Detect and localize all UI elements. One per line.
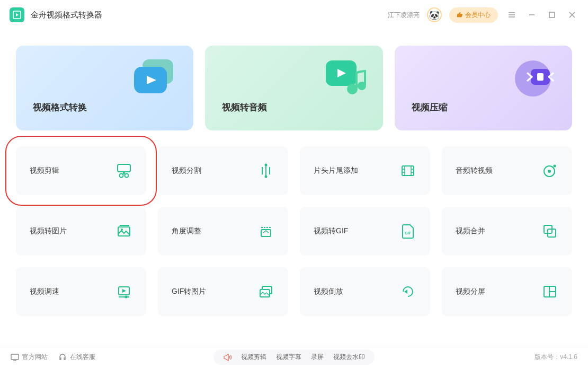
rotate-icon: [257, 223, 274, 240]
tool-head-tail[interactable]: 片头片尾添加: [300, 146, 430, 195]
svg-text:GIF: GIF: [405, 231, 411, 235]
tool-video-to-gif[interactable]: 视频转GIF GIF: [300, 207, 430, 256]
hero-video-convert[interactable]: 视频格式转换: [16, 46, 193, 130]
svg-marker-1: [16, 13, 19, 16]
official-site-link[interactable]: 官方网站: [11, 353, 48, 362]
quick-link-subtitle[interactable]: 视频字幕: [276, 353, 301, 362]
main-area: 视频格式转换 视频转音频 视频压缩 视频剪辑 视频分割 片头: [0, 30, 588, 321]
tool-video-splitscreen[interactable]: 视频分屏: [442, 267, 572, 316]
hero-row: 视频格式转换 视频转音频 视频压缩: [16, 46, 572, 130]
image-icon: [115, 223, 132, 240]
tool-video-edit[interactable]: 视频剪辑: [16, 146, 146, 195]
tool-grid: 视频剪辑 视频分割 片头片尾添加 音频转视频 视频转图片 角度调整 视频转GIF…: [16, 146, 572, 316]
footer-quick-links: 视频剪辑 视频字幕 录屏 视频去水印: [213, 349, 375, 365]
minimize-button[interactable]: [525, 8, 538, 21]
username[interactable]: 江下凌漂亮: [388, 11, 420, 20]
menu-button[interactable]: [505, 8, 518, 21]
tool-video-reverse[interactable]: 视频倒放: [300, 267, 430, 316]
reverse-icon: [399, 283, 416, 300]
tool-video-merge[interactable]: 视频合并: [442, 207, 572, 256]
footer: 官方网站 在线客服 视频剪辑 视频字幕 录屏 视频去水印 版本号：v4.1.6: [0, 346, 588, 368]
layout-icon: [541, 283, 558, 300]
quick-link-watermark[interactable]: 视频去水印: [333, 353, 365, 362]
megaphone-icon: [223, 354, 231, 361]
svg-point-22: [548, 170, 551, 173]
quick-link-record[interactable]: 录屏: [311, 353, 324, 362]
app-title: 金舟视频格式转换器: [31, 10, 102, 20]
svg-point-23: [554, 165, 556, 168]
svg-rect-2: [549, 12, 555, 17]
monitor-icon: [11, 354, 19, 361]
vip-button[interactable]: 会员中心: [449, 7, 498, 23]
svg-rect-20: [402, 166, 414, 176]
app-logo: [10, 7, 24, 22]
version-label: 版本号：v4.1.6: [534, 353, 577, 362]
svg-point-25: [121, 229, 123, 231]
tool-video-speed[interactable]: 视频调速: [16, 267, 146, 316]
svg-point-32: [125, 296, 128, 299]
close-button[interactable]: [566, 8, 578, 21]
svg-rect-37: [11, 354, 19, 360]
svg-rect-10: [355, 73, 358, 88]
film-icon: [399, 162, 416, 179]
tool-audio-to-video[interactable]: 音频转视频: [442, 146, 572, 195]
titlebar: 金舟视频格式转换器 江下凌漂亮 🐼 会员中心: [0, 0, 588, 30]
image-stack-icon: [257, 283, 274, 300]
music-play-icon: [320, 57, 368, 101]
svg-point-18: [265, 164, 268, 167]
hero-video-to-audio[interactable]: 视频转音频: [205, 46, 382, 130]
speed-icon: [115, 283, 132, 300]
split-icon: [257, 162, 274, 179]
merge-icon: [541, 223, 558, 240]
gif-file-icon: GIF: [399, 223, 416, 240]
maximize-button[interactable]: [546, 8, 558, 21]
avatar[interactable]: 🐼: [427, 7, 442, 22]
svg-marker-35: [404, 290, 407, 294]
headset-icon: [58, 353, 67, 362]
tool-video-to-image[interactable]: 视频转图片: [16, 207, 146, 256]
svg-rect-14: [537, 73, 544, 81]
svg-rect-11: [364, 71, 366, 85]
scissors-icon: [115, 162, 132, 179]
customer-service-link[interactable]: 在线客服: [58, 353, 95, 362]
tool-angle-adjust[interactable]: 角度调整: [158, 207, 288, 256]
play-stack-icon: [131, 57, 179, 100]
svg-marker-31: [122, 289, 126, 293]
hero-video-compress[interactable]: 视频压缩: [395, 46, 572, 130]
tool-video-split[interactable]: 视频分割: [158, 146, 288, 195]
svg-rect-15: [118, 164, 130, 172]
disc-icon: [541, 162, 558, 179]
thumbs-up-icon: [457, 12, 463, 18]
svg-point-19: [265, 176, 268, 178]
quick-link-edit[interactable]: 视频剪辑: [241, 353, 266, 362]
tool-gif-to-image[interactable]: GIF转图片: [158, 267, 288, 316]
compress-icon: [512, 57, 557, 101]
